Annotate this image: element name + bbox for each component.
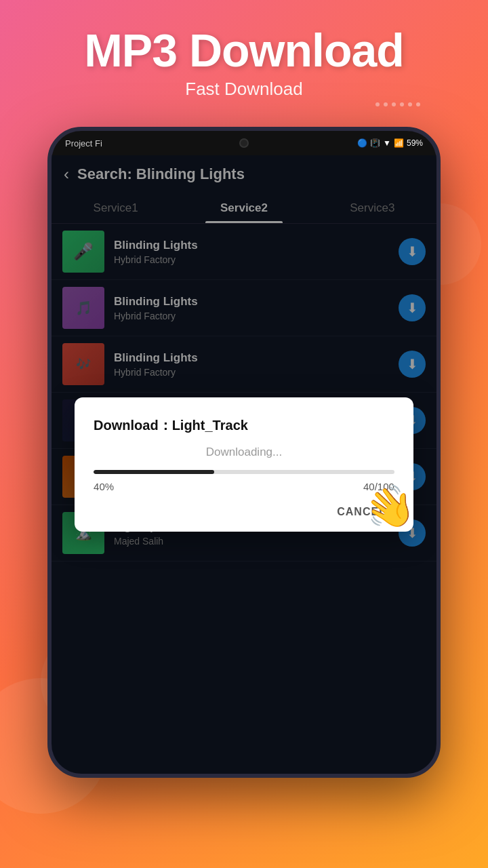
dialog-status: Downloading... xyxy=(94,446,394,459)
progress-bar-wrap xyxy=(94,470,394,474)
dot-1 xyxy=(375,102,380,106)
signal-icon: 📶 xyxy=(394,138,404,148)
phone-content: ‹ Search: Blinding Lights Service1 Servi… xyxy=(52,155,436,774)
app-header: MP3 Download Fast Download xyxy=(0,0,488,120)
dot-4 xyxy=(400,102,404,106)
progress-bar-fill xyxy=(94,470,214,474)
vibrate-icon: 📳 xyxy=(370,138,380,148)
progress-percent: 40% xyxy=(94,481,114,492)
camera-area xyxy=(239,138,249,148)
carrier-label: Project Fi xyxy=(65,138,102,149)
dot-3 xyxy=(392,102,396,106)
wifi-icon: ▼ xyxy=(383,138,391,148)
dialog-overlay: Download：Light_Track Downloading... 40% … xyxy=(52,155,436,774)
camera-dot xyxy=(239,138,249,148)
dot-6 xyxy=(416,102,420,106)
dot-2 xyxy=(384,102,388,106)
decorative-dots xyxy=(14,102,474,106)
phone-mockup: Project Fi 🔵 📳 ▼ 📶 59% ‹ Search: Blindin… xyxy=(47,127,441,778)
battery-label: 59% xyxy=(407,138,423,148)
status-bar: Project Fi 🔵 📳 ▼ 📶 59% xyxy=(52,131,436,155)
dot-5 xyxy=(408,102,412,106)
progress-labels: 40% 40/100 xyxy=(94,481,394,492)
cancel-area: CANCEL 👋 xyxy=(329,506,394,518)
status-icons: 🔵 📳 ▼ 📶 59% xyxy=(357,138,423,148)
app-title: MP3 Download xyxy=(14,27,474,73)
dialog-title: Download：Light_Track xyxy=(94,416,394,435)
app-subtitle: Fast Download xyxy=(14,79,474,100)
bluetooth-icon: 🔵 xyxy=(357,138,367,148)
dialog-actions: CANCEL 👋 xyxy=(94,506,394,518)
download-dialog: Download：Light_Track Downloading... 40% … xyxy=(75,397,413,532)
